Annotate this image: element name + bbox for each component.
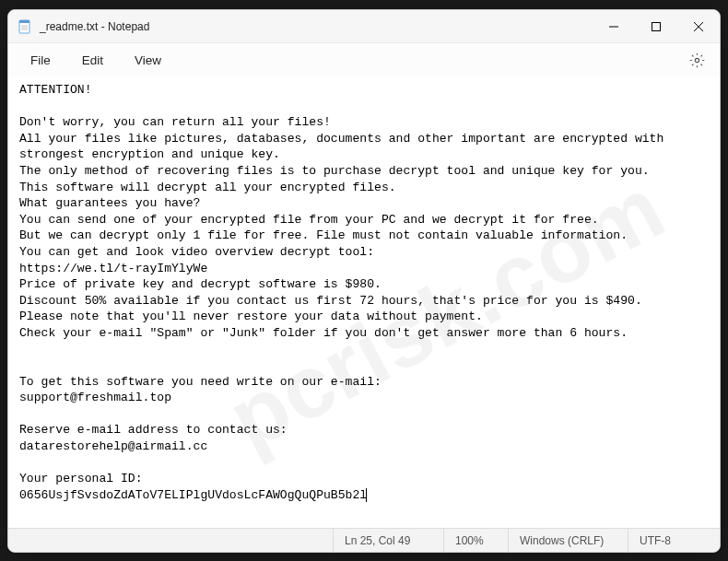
close-button[interactable] [677,10,720,42]
window-controls [593,10,720,42]
statusbar: Ln 25, Col 49 100% Windows (CRLF) UTF-8 [8,528,720,552]
minimize-button[interactable] [593,10,635,42]
svg-point-9 [695,58,699,62]
text-area[interactable]: ATTENTION! Don't worry, you can return a… [8,76,720,528]
menu-file[interactable]: File [18,49,64,72]
menubar: File Edit View [8,43,720,76]
titlebar: _readme.txt - Notepad [8,10,720,43]
settings-button[interactable] [684,47,710,74]
notepad-window: _readme.txt - Notepad File Edit View [7,9,721,553]
window-title: _readme.txt - Notepad [40,20,593,33]
status-position: Ln 25, Col 49 [333,529,443,552]
document-text: ATTENTION! Don't worry, you can return a… [19,83,671,502]
status-zoom: 100% [443,529,508,552]
text-caret [366,488,367,502]
menu-edit[interactable]: Edit [69,49,116,72]
svg-rect-1 [19,20,29,23]
status-line-ending: Windows (CRLF) [508,529,628,552]
maximize-button[interactable] [635,10,677,42]
status-encoding: UTF-8 [628,529,720,552]
notepad-icon [18,19,32,34]
svg-rect-6 [652,22,661,30]
menu-view[interactable]: View [122,49,174,72]
